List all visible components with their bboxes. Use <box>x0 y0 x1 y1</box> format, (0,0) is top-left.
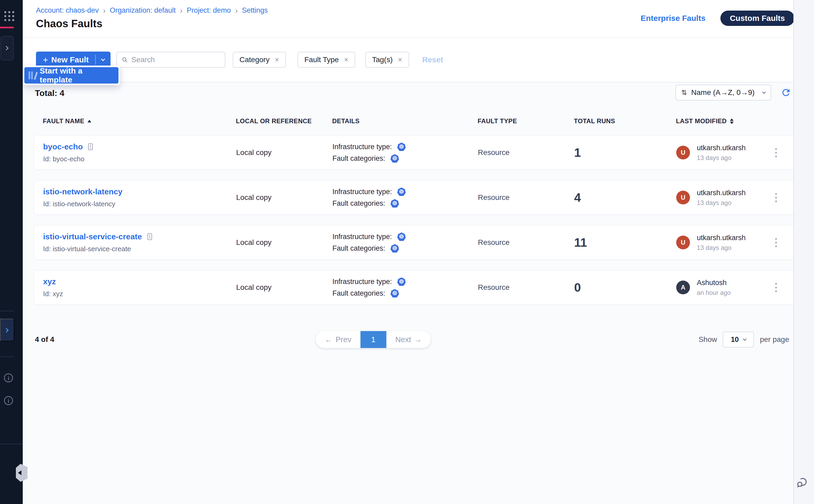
apps-grid-icon[interactable] <box>4 11 14 21</box>
pager: ← Prev 1 Next → <box>316 331 431 348</box>
local-or-reference-value: Local copy <box>236 148 332 157</box>
details-cell: Infrastructure type:☸ Fault categories:☸ <box>332 143 478 163</box>
table-row[interactable]: istio-virtual-service-create Id: istio-v… <box>34 225 796 260</box>
modified-time: 13 days ago <box>697 244 746 251</box>
fault-type-value: Resource <box>478 193 574 202</box>
template-item-label: Start with a template <box>40 66 114 84</box>
avatar: U <box>676 146 690 159</box>
row-menu-button[interactable] <box>772 190 780 205</box>
pagination-bar: 4 of 4 ← Prev 1 Next → Show 10 <box>23 331 814 349</box>
total-runs-value: 0 <box>574 280 676 295</box>
total-runs-value: 11 <box>574 235 676 250</box>
start-with-template-menu-item[interactable]: Start with a template <box>24 67 118 84</box>
kubernetes-icon: ☸ <box>391 244 399 253</box>
copy-icon[interactable] <box>87 143 94 151</box>
left-nav-rail: i i <box>0 0 23 504</box>
fault-type-value: Resource <box>478 148 574 157</box>
column-fault-name[interactable]: FAULT NAME <box>34 117 236 125</box>
copy-icon[interactable] <box>146 232 153 241</box>
sort-asc-icon <box>88 120 91 122</box>
reset-filters-link[interactable]: Reset <box>422 56 443 64</box>
row-menu-button[interactable] <box>772 235 780 250</box>
sort-selected-value: Name (A→Z, 0→9) <box>691 88 758 97</box>
fault-name-link[interactable]: xyz <box>43 277 56 286</box>
scrollbar-gutter[interactable] <box>793 0 814 504</box>
total-runs-value: 1 <box>574 145 676 160</box>
modified-time: 13 days ago <box>697 199 746 207</box>
page-1-button[interactable]: 1 <box>360 331 386 348</box>
modified-by-user: Ashutosh <box>697 279 731 287</box>
new-fault-dropdown-menu: Start with a template <box>23 66 120 85</box>
fault-id: Id: byoc-echo <box>43 155 236 163</box>
chevron-down-icon <box>762 90 766 94</box>
fault-categories-label: Fault categories: <box>332 154 385 163</box>
column-fault-type: FAULT TYPE <box>478 117 574 125</box>
new-fault-dropdown-toggle[interactable] <box>96 59 111 61</box>
info-icon[interactable]: i <box>4 396 13 405</box>
fault-id: Id: xyz <box>43 290 236 298</box>
chevron-down-icon <box>743 337 747 341</box>
plus-icon: + <box>43 56 48 64</box>
breadcrumb-project-link[interactable]: Project: demo <box>187 6 231 15</box>
modified-time: 13 days ago <box>697 154 746 162</box>
sort-updown-icon <box>730 118 734 124</box>
page-size-select[interactable]: 10 <box>723 332 754 347</box>
column-local-or-reference: LOCAL OR REFERENCE <box>236 117 332 125</box>
filter-label: Fault Type <box>304 56 339 64</box>
filter-fault-type-chip[interactable]: Fault Type × <box>298 52 355 68</box>
filter-tags-chip[interactable]: Tag(s) × <box>365 52 409 68</box>
sidebar-divider <box>0 311 14 311</box>
breadcrumb-settings-link[interactable]: Settings <box>242 6 268 15</box>
last-modified-cell: U utkarsh.utkarsh 13 days ago <box>676 234 771 251</box>
sort-updown-icon: ⇅ <box>681 89 687 97</box>
breadcrumb-organization-link[interactable]: Organization: default <box>110 6 176 15</box>
avatar: U <box>676 236 690 249</box>
module-expand-button[interactable] <box>1 36 14 60</box>
filter-category-chip[interactable]: Category × <box>233 52 286 68</box>
search-input[interactable] <box>131 56 220 64</box>
new-fault-label: New Fault <box>51 55 89 64</box>
support-chat-icon[interactable] <box>795 476 809 491</box>
sidebar-expand-button[interactable] <box>0 319 14 341</box>
row-menu-button[interactable] <box>772 280 780 295</box>
main-area: Account: chaos-dev › Organization: defau… <box>23 0 814 504</box>
chevron-down-icon <box>101 57 105 61</box>
close-icon[interactable]: × <box>275 56 279 64</box>
infrastructure-type-label: Infrastructure type: <box>332 233 392 241</box>
info-icon[interactable]: i <box>4 373 13 382</box>
chaos-faults-page: i i Account: chaos-dev › Organization: d… <box>0 0 814 504</box>
enterprise-faults-link[interactable]: Enterprise Faults <box>641 14 706 23</box>
chevron-right-icon <box>4 328 9 333</box>
chevron-separator-icon: › <box>180 7 182 14</box>
sort-dropdown[interactable]: ⇅ Name (A→Z, 0→9) <box>675 85 771 100</box>
filter-label: Category <box>240 56 270 64</box>
column-last-modified[interactable]: LAST MODIFIED <box>676 117 771 125</box>
table-row[interactable]: byoc-echo Id: byoc-echo Local copy Infra… <box>34 135 796 170</box>
fault-name-link[interactable]: byoc-echo <box>43 142 83 151</box>
sidebar-collapse-handle[interactable] <box>16 464 28 482</box>
close-icon[interactable]: × <box>344 56 348 64</box>
triangle-left-icon <box>18 470 21 475</box>
kubernetes-icon: ☸ <box>397 232 406 241</box>
brand-accent-line <box>0 27 14 28</box>
table-row[interactable]: xyz Id: xyz Local copy Infrastructure ty… <box>34 270 796 305</box>
close-icon[interactable]: × <box>398 56 402 64</box>
modified-by-user: utkarsh.utkarsh <box>697 144 746 152</box>
sidebar-divider <box>0 444 23 444</box>
chevron-separator-icon: › <box>103 7 106 14</box>
custom-faults-button[interactable]: Custom Faults <box>720 11 794 26</box>
fault-name-link[interactable]: istio-virtual-service-create <box>43 232 142 241</box>
row-menu-button[interactable] <box>772 145 780 160</box>
fault-type-value: Resource <box>478 283 574 292</box>
prev-page-button[interactable]: ← Prev <box>316 331 360 348</box>
page-header: Account: chaos-dev › Organization: defau… <box>23 0 814 37</box>
refresh-button[interactable] <box>781 87 791 98</box>
last-modified-cell: U utkarsh.utkarsh 13 days ago <box>676 144 771 162</box>
avatar: A <box>676 281 690 294</box>
infrastructure-type-label: Infrastructure type: <box>332 143 392 151</box>
breadcrumb-account-link[interactable]: Account: chaos-dev <box>36 6 99 15</box>
fault-name-link[interactable]: istio-network-latency <box>43 187 122 196</box>
details-cell: Infrastructure type:☸ Fault categories:☸ <box>332 232 478 253</box>
next-page-button[interactable]: Next → <box>386 331 431 348</box>
table-row[interactable]: istio-network-latency Id: istio-network-… <box>34 180 796 215</box>
